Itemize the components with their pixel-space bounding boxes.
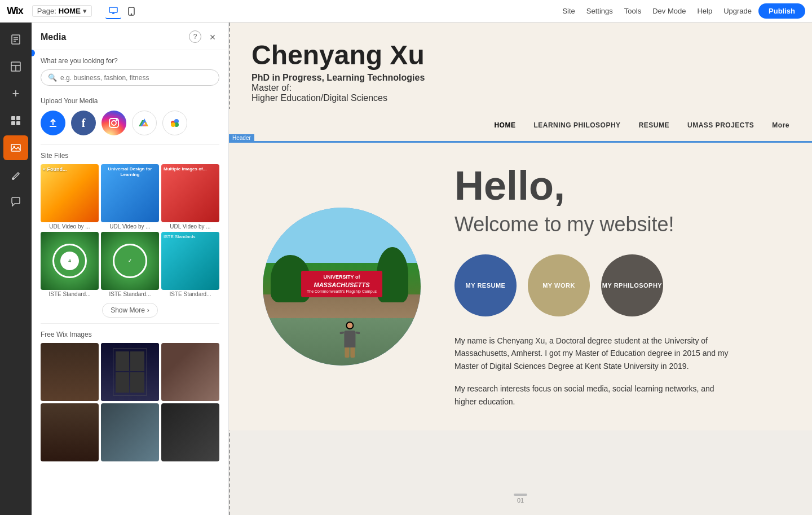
media-item-3[interactable]: Multiple Images of... UDL Video by ...: [161, 164, 219, 230]
profile-image-circle: UNIVERSITY of MASSACHUSETTS The Commonwe…: [263, 208, 421, 366]
media-caption-6: ISTE Standard...: [161, 291, 219, 297]
media-grid: « Found... UDL Video by ... Universal De…: [32, 164, 228, 297]
search-icon: 🔍: [48, 73, 57, 82]
hero-right-content: Hello, Welcome to my website! MY RESUME …: [454, 165, 778, 408]
nav-help[interactable]: Help: [692, 5, 717, 17]
nav-more[interactable]: More: [772, 121, 789, 129]
panel-title: Media: [41, 32, 66, 42]
svg-rect-14: [11, 121, 15, 125]
svg-point-22: [112, 121, 116, 125]
svg-rect-12: [11, 116, 15, 120]
free-images-grid: [32, 343, 228, 461]
free-img-4[interactable]: [41, 403, 99, 461]
hero-bio-1: My name is Chenyang Xu, a Doctoral degre…: [454, 334, 736, 372]
nav-home[interactable]: HOME: [494, 121, 515, 129]
wix-logo: Wix: [7, 5, 23, 17]
search-input[interactable]: [60, 74, 212, 82]
facebook-upload-button[interactable]: f: [71, 111, 96, 135]
free-img-2[interactable]: [101, 343, 159, 401]
nav-devmode[interactable]: Dev Mode: [648, 5, 690, 17]
divider-2: [41, 323, 219, 324]
media-item-6[interactable]: ISTE Standards ISTE Standard...: [161, 232, 219, 297]
google-drive-button[interactable]: [132, 111, 157, 135]
nav-upgrade[interactable]: Upgrade: [719, 5, 756, 17]
media-panel: Media ? × What are you looking for? 🔍 Up…: [32, 23, 229, 515]
hero-greeting: Hello,: [454, 165, 778, 206]
page-name: HOME: [59, 7, 81, 15]
site-subtitle1: PhD in Progress, Learning Technologies: [251, 73, 789, 83]
sidebar-icon-chat[interactable]: [3, 190, 28, 214]
mobile-view-button[interactable]: [123, 3, 139, 19]
nav-tools[interactable]: Tools: [620, 5, 646, 17]
media-item-5[interactable]: ✓ ISTE Standard...: [101, 232, 159, 297]
upload-icons-row: f: [32, 108, 228, 142]
instagram-upload-button[interactable]: [102, 111, 126, 135]
nav-umass-projects[interactable]: UMASS PROJECTS: [687, 121, 754, 129]
media-caption-4: ISTE Standard...: [41, 291, 99, 297]
svg-point-31: [171, 122, 175, 127]
svg-point-4: [131, 14, 131, 14]
website-area: Chenyang Xu PhD in Progress, Learning Te…: [229, 23, 812, 515]
free-wix-images-label: Free Wix Images: [32, 326, 228, 343]
left-sidebar: +: [0, 23, 32, 515]
publish-button[interactable]: Publish: [758, 3, 805, 19]
sidebar-icon-layout[interactable]: [3, 54, 28, 79]
nav-settings[interactable]: Settings: [582, 5, 617, 17]
site-subtitle3: Higher Education/Digital Sciences: [251, 93, 789, 103]
sidebar-icon-apps[interactable]: [3, 108, 28, 133]
media-item-2[interactable]: Universal Design for Learning UDL Video …: [101, 164, 159, 230]
svg-point-18: [12, 178, 14, 180]
site-owner-name: Chenyang Xu: [251, 39, 789, 71]
sidebar-icon-media[interactable]: [3, 135, 28, 160]
site-subtitle2: Master of:: [251, 83, 789, 93]
panel-close-button[interactable]: ×: [206, 30, 219, 44]
resize-handle[interactable]: 01: [514, 494, 527, 504]
search-label: What are you looking for?: [41, 57, 219, 65]
header-label: Header: [229, 134, 254, 142]
upload-from-device-button[interactable]: [41, 111, 65, 135]
media-item-1[interactable]: « Found... UDL Video by ...: [41, 164, 99, 230]
page-label: Page:: [37, 7, 56, 15]
panel-help-button[interactable]: ?: [189, 30, 201, 43]
media-caption-1: UDL Video by ...: [41, 223, 99, 230]
sidebar-icon-brush[interactable]: [3, 162, 28, 187]
cta-buttons-row: MY RESUME MY WORK MY RPHILOSOPHY: [454, 254, 778, 316]
panel-header-icons: ? ×: [189, 30, 219, 44]
free-img-1[interactable]: [41, 343, 99, 401]
search-box[interactable]: 🔍: [41, 69, 219, 86]
view-mode-icons: [105, 3, 139, 19]
search-section: What are you looking for? 🔍: [32, 50, 228, 93]
site-hero: UNIVERSITY of MASSACHUSETTS The Commonwe…: [229, 143, 812, 430]
topbar: Wix Page: HOME ▾ Site Settings Tools Dev…: [0, 0, 812, 23]
media-caption-2: UDL Video by ...: [101, 223, 159, 230]
site-header: Header HOME LEARNING PHILOSOPHY RESUME U…: [229, 109, 812, 143]
svg-rect-0: [109, 7, 117, 12]
site-title-section: Chenyang Xu PhD in Progress, Learning Te…: [229, 23, 812, 109]
show-more-button[interactable]: Show More ›: [102, 303, 158, 318]
panel-header: Media ? ×: [32, 23, 228, 50]
page-chevron: ▾: [83, 7, 87, 15]
nav-site[interactable]: Site: [558, 5, 579, 17]
upload-section-label: Upload Your Media: [32, 93, 228, 108]
free-img-3[interactable]: [161, 343, 219, 401]
desktop-view-button[interactable]: [105, 3, 121, 19]
svg-rect-13: [16, 116, 20, 120]
media-caption-3: UDL Video by ...: [161, 223, 219, 230]
my-resume-button[interactable]: MY RESUME: [454, 254, 517, 316]
nav-resume[interactable]: RESUME: [639, 121, 669, 129]
my-work-button[interactable]: MY WORK: [528, 254, 590, 316]
hero-bio-2: My research interests focus on social me…: [454, 382, 736, 408]
sidebar-icon-add[interactable]: +: [3, 81, 28, 106]
nav-learning-philosophy[interactable]: LEARNING PHILOSOPHY: [533, 121, 620, 129]
top-nav: Site Settings Tools Dev Mode Help Upgrad…: [558, 3, 805, 19]
media-item-4[interactable]: 4 ISTE Standard...: [41, 232, 99, 297]
svg-rect-15: [16, 121, 20, 125]
hero-welcome: Welcome to my website!: [454, 213, 778, 236]
free-img-5[interactable]: [101, 403, 159, 461]
divider-1: [41, 144, 219, 145]
free-img-6[interactable]: [161, 403, 219, 461]
my-philosophy-button[interactable]: MY RPHILOSOPHY: [601, 254, 663, 316]
sidebar-icon-pages[interactable]: [3, 27, 28, 52]
page-indicator[interactable]: Page: HOME ▾: [32, 5, 92, 17]
google-photos-button[interactable]: [162, 111, 187, 135]
